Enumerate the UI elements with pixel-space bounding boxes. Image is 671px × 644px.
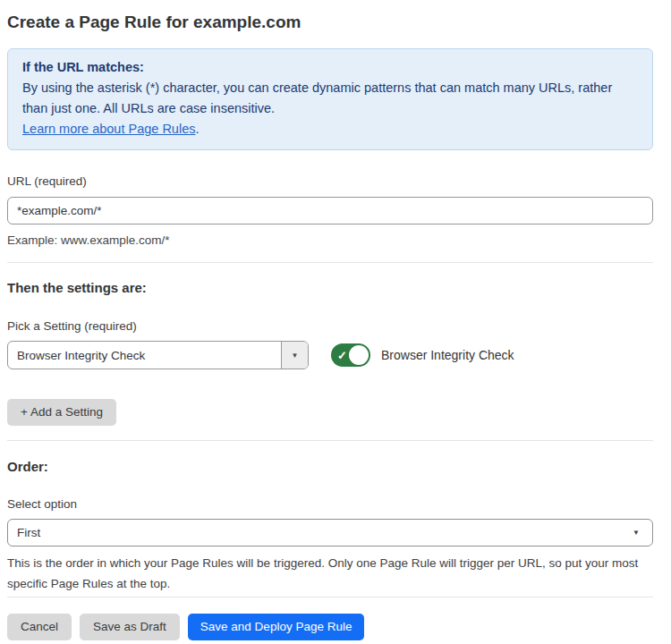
setting-dropdown-arrow-button[interactable]: ▼	[281, 342, 308, 369]
setting-dropdown-value: Browser Integrity Check	[8, 342, 281, 369]
order-section-heading: Order:	[7, 459, 653, 475]
footer-button-row: Cancel Save as Draft Save and Deploy Pag…	[7, 614, 653, 640]
url-input[interactable]	[7, 197, 653, 225]
url-example-helper: Example: www.example.com/*	[7, 233, 653, 248]
check-icon: ✓	[337, 350, 347, 361]
cancel-button[interactable]: Cancel	[7, 614, 72, 640]
settings-section-heading: Then the settings are:	[7, 280, 653, 296]
browser-integrity-toggle[interactable]: ✓	[331, 343, 370, 367]
learn-more-link[interactable]: Learn more about Page Rules	[22, 122, 195, 136]
chevron-down-icon: ▼	[633, 529, 640, 537]
divider	[7, 597, 653, 597]
chevron-down-icon: ▼	[292, 352, 299, 360]
divider	[7, 262, 653, 263]
url-match-info-box: If the URL matches: By using the asteris…	[7, 48, 653, 150]
link-suffix: .	[195, 122, 199, 136]
divider	[7, 440, 653, 441]
info-box-link-line: Learn more about Page Rules.	[22, 119, 638, 140]
setting-dropdown[interactable]: Browser Integrity Check ▼	[7, 341, 309, 369]
pick-setting-label: Pick a Setting (required)	[7, 319, 653, 334]
save-and-deploy-button[interactable]: Save and Deploy Page Rule	[188, 614, 365, 640]
page-rule-form: Create a Page Rule for example.com If th…	[0, 12, 671, 640]
add-setting-button[interactable]: + Add a Setting	[7, 399, 116, 426]
toggle-knob	[349, 345, 369, 365]
save-as-draft-button[interactable]: Save as Draft	[80, 614, 180, 640]
setting-controls-row: Browser Integrity Check ▼ ✓ Browser Inte…	[7, 341, 653, 369]
page-title: Create a Page Rule for example.com	[7, 12, 653, 33]
order-helper-text: This is the order in which your Page Rul…	[7, 553, 653, 594]
order-select[interactable]: First ▼	[7, 519, 653, 547]
order-select-label: Select option	[7, 497, 653, 512]
order-select-value: First	[8, 526, 652, 539]
url-field-label: URL (required)	[7, 174, 653, 189]
info-box-heading: If the URL matches:	[22, 57, 638, 78]
toggle-label: Browser Integrity Check	[381, 348, 514, 362]
info-box-body: By using the asterisk (*) character, you…	[22, 78, 638, 119]
